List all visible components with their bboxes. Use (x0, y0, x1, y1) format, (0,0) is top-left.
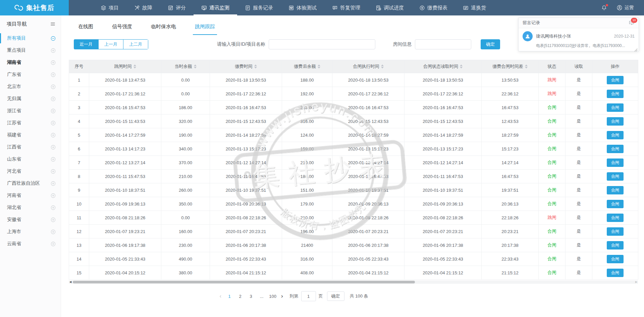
tab[interactable]: 在线图 (76, 24, 95, 35)
column-header[interactable]: 操作 (592, 60, 638, 73)
sidebar-item[interactable]: 无归属 (0, 93, 61, 105)
nav-item[interactable]: 答复管理 (324, 0, 368, 15)
expand-icon[interactable] (51, 181, 56, 186)
column-header[interactable]: 当时余额 (161, 60, 210, 73)
close-switch-button[interactable]: 合闸 (607, 214, 624, 222)
sidebar-item[interactable]: 福建省 (0, 129, 61, 141)
sort-carets-icon[interactable] (254, 64, 257, 69)
expand-icon[interactable] (51, 217, 56, 222)
expand-icon[interactable] (51, 241, 56, 246)
close-switch-button[interactable]: 合闸 (607, 269, 624, 277)
sidebar-item[interactable]: 上海市 (0, 226, 61, 238)
expand-icon[interactable] (51, 133, 56, 138)
sort-carets-icon[interactable] (194, 64, 197, 69)
expand-icon[interactable] (51, 121, 56, 126)
column-header[interactable]: 缴费时间 (210, 60, 282, 73)
nav-item[interactable]: 项目 (93, 0, 126, 15)
messages-chat-icon[interactable]: 10 (629, 20, 635, 26)
expand-icon[interactable] (51, 36, 56, 41)
sidebar-item[interactable]: 浙江省 (0, 105, 61, 117)
notifications-bell-icon[interactable] (601, 5, 607, 11)
expand-icon[interactable] (51, 96, 56, 101)
period-button[interactable]: 上二月 (123, 39, 148, 49)
sidebar-item[interactable]: 重点项目 (0, 44, 61, 56)
message-item[interactable]: 捷讯网络科技小张 2020-12-31 电表[511793000110]抄读异常… (519, 28, 639, 49)
nav-item[interactable]: 体验测试 (281, 0, 324, 15)
close-switch-button[interactable]: 合闸 (607, 117, 624, 126)
sidebar-item[interactable]: 湖南省 (0, 56, 61, 69)
page-number[interactable]: 1 (226, 294, 233, 299)
tab[interactable]: 信号强度 (110, 24, 134, 35)
close-switch-button[interactable]: 合闸 (607, 103, 624, 112)
sort-carets-icon[interactable] (525, 64, 528, 69)
expand-icon[interactable] (51, 60, 56, 65)
page-next-button[interactable]: › (281, 293, 283, 300)
sidebar-item[interactable]: 江苏省 (0, 117, 61, 129)
h-scrollbar[interactable]: ◀ ▶ (69, 280, 638, 284)
period-button[interactable]: 近一月 (74, 39, 99, 49)
column-header[interactable]: 合闸状态读取时间 (405, 60, 482, 73)
expand-icon[interactable] (51, 108, 56, 114)
expand-icon[interactable] (51, 72, 56, 77)
sidebar-item[interactable]: 安徽省 (0, 214, 61, 226)
close-switch-button[interactable]: 合闸 (607, 255, 624, 263)
expand-icon[interactable] (51, 169, 56, 174)
expand-icon[interactable] (51, 229, 56, 234)
user-menu[interactable]: 运营 (616, 5, 634, 11)
column-header[interactable]: 跳闸时间 (89, 60, 161, 73)
goto-page-input[interactable] (301, 291, 316, 301)
menu-icon[interactable] (50, 21, 56, 27)
scroll-thumb[interactable] (73, 281, 415, 283)
close-switch-button[interactable]: 合闸 (607, 131, 624, 139)
nav-item[interactable]: 服务记录 (237, 0, 281, 15)
sidebar-item[interactable]: 广西壮族自治区 (0, 177, 61, 189)
scroll-right-arrow-icon[interactable]: ▶ (635, 280, 638, 284)
close-switch-button[interactable]: 合闸 (607, 172, 624, 181)
nav-item[interactable]: 通讯监测 (194, 0, 237, 15)
page-number[interactable]: ... (258, 294, 265, 299)
close-switch-button[interactable]: 合闸 (607, 90, 624, 98)
close-switch-button[interactable]: 合闸 (607, 76, 624, 84)
close-switch-button[interactable]: 合闸 (607, 145, 624, 153)
close-switch-button[interactable]: 合闸 (607, 158, 624, 167)
sidebar-item[interactable]: 广东省 (0, 69, 61, 81)
sidebar-item[interactable]: 山东省 (0, 153, 61, 165)
goto-confirm-button[interactable]: 确定 (327, 291, 344, 301)
close-switch-button[interactable]: 合闸 (607, 241, 624, 250)
column-header[interactable]: 状态 (539, 60, 566, 73)
page-number[interactable]: 3 (248, 294, 254, 299)
nav-item[interactable]: 退换货 (455, 0, 494, 15)
nav-item[interactable]: 故障 (126, 0, 160, 15)
sort-carets-icon[interactable] (318, 64, 320, 69)
column-header[interactable]: 缴费合闸时间差 (482, 60, 539, 73)
expand-icon[interactable] (51, 157, 56, 162)
page-number[interactable]: 2 (237, 294, 244, 299)
page-prev-button[interactable]: ‹ (220, 293, 222, 300)
sort-carets-icon[interactable] (133, 64, 136, 69)
expand-icon[interactable] (51, 145, 56, 150)
resize-handle-icon[interactable] (634, 47, 638, 50)
close-switch-button[interactable]: 合闸 (607, 200, 624, 208)
page-number[interactable]: 100 (269, 294, 276, 299)
nav-item[interactable]: 评分 (160, 0, 194, 15)
column-header[interactable]: 读取 (566, 60, 592, 73)
sidebar-item[interactable]: 北京市 (0, 81, 61, 93)
expand-icon[interactable] (51, 205, 56, 210)
nav-item[interactable]: 调试进度 (368, 0, 412, 15)
tab[interactable]: 跳闸跟踪 (193, 24, 217, 35)
filter-confirm-button[interactable]: 确定 (481, 39, 500, 49)
period-button[interactable]: 上一月 (98, 39, 123, 49)
project-search-input[interactable] (269, 39, 375, 49)
close-switch-button[interactable]: 合闸 (607, 186, 624, 194)
expand-icon[interactable] (51, 48, 56, 53)
column-header[interactable]: 序号 (69, 60, 89, 73)
scroll-left-arrow-icon[interactable]: ◀ (69, 280, 72, 284)
room-input[interactable] (415, 39, 471, 49)
sort-carets-icon[interactable] (460, 64, 463, 69)
column-header[interactable]: 缴费后余额 (282, 60, 332, 73)
tab[interactable]: 临时保水电 (149, 24, 178, 35)
expand-icon[interactable] (51, 193, 56, 198)
sidebar-item[interactable]: 所有项目 (0, 32, 61, 44)
sidebar-item[interactable]: 河南省 (0, 189, 61, 201)
nav-item[interactable]: 缴费报表 (412, 0, 455, 15)
